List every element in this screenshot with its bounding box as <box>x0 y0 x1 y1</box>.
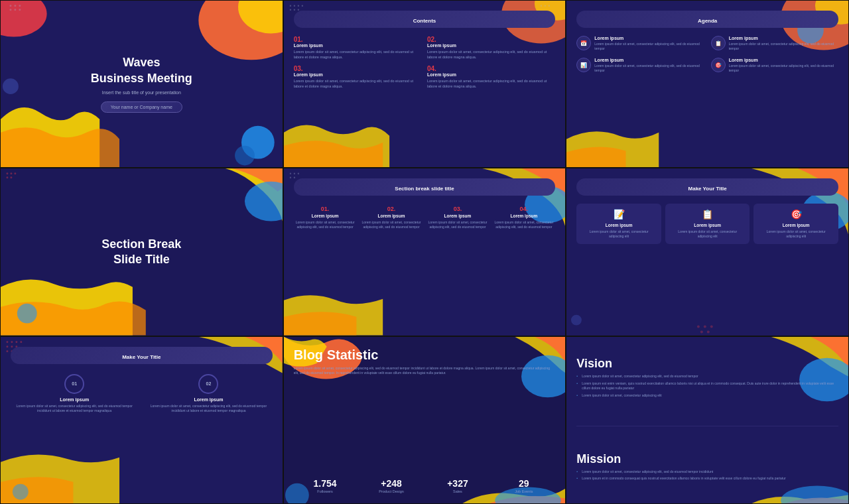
stat1-num: 1.754 <box>294 479 357 488</box>
svg-point-46 <box>707 331 710 334</box>
slide1-subtitle: Insert the sub title of your presentatio… <box>102 90 181 95</box>
stats-row: 1.754 Followers +248 Product Design +327… <box>294 479 556 493</box>
item2-body: Lorem ipsum dolor sit amet, consectetur … <box>427 50 555 60</box>
stat-4: 29 Job Events <box>492 479 555 493</box>
svg-point-19 <box>293 9 294 11</box>
agenda-icon-2: 📋 <box>711 36 726 50</box>
step-3: 03. Lorem ipsum Lorem ipsum dolor sit am… <box>426 206 489 229</box>
svg-point-8 <box>19 5 21 7</box>
svg-point-18 <box>289 9 291 11</box>
svg-point-1 <box>238 1 283 34</box>
agenda1-heading: Lorem ipsum <box>594 36 704 40</box>
stat2-label: Product Design <box>360 489 423 493</box>
agenda-item-1: 📅 Lorem ipsum Lorem ipsum dolor sit amet… <box>576 36 704 51</box>
item3-body: Lorem ipsum dolor sit amet, consectetur … <box>294 79 422 89</box>
card-3: 🎯 Lorem ipsum Lorem ipsum dolor sit amet… <box>753 204 838 244</box>
step4-body: Lorem ipsum dolor sit amet, consectetur … <box>492 220 555 229</box>
circle2-body: Lorem ipsum dolor sit amet, consectetur … <box>145 404 272 413</box>
slide-1: Waves Business Meeting Insert the sub ti… <box>0 0 283 168</box>
vision-item-1: Lorem ipsum dolor sit amet, consectetur … <box>576 374 838 379</box>
circle1-heading: Lorem ipsum <box>11 397 138 402</box>
item4-body: Lorem ipsum dolor sit amet, consectetur … <box>427 79 555 89</box>
svg-point-6 <box>9 5 11 7</box>
step1-heading: Lorem ipsum <box>294 214 357 218</box>
circle2-heading: Lorem ipsum <box>145 397 272 402</box>
slide2-title: Contents <box>413 18 436 24</box>
slide3-title-bar: Agenda <box>576 11 838 28</box>
slide-3: Agenda 📅 Lorem ipsum Lorem ipsum dolor s… <box>566 0 849 168</box>
svg-point-28 <box>17 304 37 324</box>
svg-point-17 <box>301 5 302 7</box>
step2-num: 02. <box>360 206 423 212</box>
slide8-title: Blog Statistic <box>294 347 556 363</box>
agenda-grid: 📅 Lorem ipsum Lorem ipsum dolor sit amet… <box>576 36 838 73</box>
svg-point-9 <box>9 9 11 11</box>
mission-title: Mission <box>576 452 838 466</box>
step4-heading: Lorem ipsum <box>492 214 555 218</box>
card1-body: Lorem ipsum dolor sit amet, consectetur … <box>582 229 656 239</box>
card2-body: Lorem ipsum dolor sit amet, consectetur … <box>671 229 745 239</box>
svg-point-5 <box>3 78 19 94</box>
step3-num: 03. <box>426 206 489 212</box>
svg-point-0 <box>198 1 282 60</box>
slide-4: Section Break Slide Title <box>0 168 283 336</box>
stat-3: +327 Sales <box>426 479 489 493</box>
mission-item-2: Lorem ipsum et in commodo consequat quis… <box>576 476 838 481</box>
svg-point-30 <box>10 173 12 175</box>
steps-row: 01. Lorem ipsum Lorem ipsum dolor sit am… <box>294 206 556 229</box>
agenda-item-3: 📊 Lorem ipsum Lorem ipsum dolor sit amet… <box>576 58 704 73</box>
svg-point-11 <box>19 9 21 11</box>
content-item-2: 02. Lorem ipsum Lorem ipsum dolor sit am… <box>427 36 555 60</box>
svg-point-7 <box>14 5 16 7</box>
item1-body: Lorem ipsum dolor sit amet, consectetur … <box>294 50 422 60</box>
item3-num: 03. <box>294 65 422 72</box>
svg-point-39 <box>293 177 294 178</box>
slide6-title: Make Your Title <box>688 186 727 192</box>
svg-point-31 <box>14 173 16 175</box>
svg-point-51 <box>15 341 17 343</box>
agenda-icon-4: 🎯 <box>711 58 726 72</box>
svg-point-2 <box>1 1 47 37</box>
stat1-label: Followers <box>294 489 357 493</box>
content-item-4: 04. Lorem ipsum Lorem ipsum dolor sit am… <box>427 65 555 89</box>
slide1-name-button[interactable]: Your name or Company name <box>101 101 182 113</box>
svg-point-29 <box>6 173 8 175</box>
svg-point-15 <box>293 5 294 7</box>
vision-item-2: Lorem ipsum est enim veniam, quis nostru… <box>576 381 838 391</box>
slide3-title: Agenda <box>698 18 717 24</box>
agenda-item-2: 📋 Lorem ipsum Lorem ipsum dolor sit amet… <box>711 36 838 51</box>
svg-point-50 <box>11 341 13 343</box>
agenda4-heading: Lorem ipsum <box>729 58 838 62</box>
step2-body: Lorem ipsum dolor sit amet, consectetur … <box>360 220 423 229</box>
slide-7: Make Your Title 01 Lorem ipsum Lorem ips… <box>0 336 283 504</box>
svg-point-43 <box>704 326 706 328</box>
card-2: 📋 Lorem ipsum Lorem ipsum dolor sit amet… <box>665 204 750 244</box>
vision-item-3: Lorem ipsum dolor sit amet, consectetur … <box>576 393 838 399</box>
svg-point-35 <box>289 173 291 174</box>
svg-point-14 <box>289 5 291 7</box>
agenda1-body: Lorem ipsum dolor sit amet, consectetur … <box>594 42 704 51</box>
svg-point-62 <box>781 485 848 503</box>
svg-point-52 <box>20 341 22 343</box>
card2-icon: 📋 <box>671 209 745 220</box>
slide4-title: Section Break Slide Title <box>101 237 181 268</box>
svg-point-48 <box>13 483 29 499</box>
step-2: 02. Lorem ipsum Lorem ipsum dolor sit am… <box>360 206 423 229</box>
item3-heading: Lorem ipsum <box>294 72 422 77</box>
circle1-body: Lorem ipsum dolor sit amet, consectetur … <box>11 404 138 413</box>
step3-body: Lorem ipsum dolor sit amet, consectetur … <box>426 220 489 229</box>
card1-heading: Lorem ipsum <box>582 223 656 227</box>
agenda-item-4: 🎯 Lorem ipsum Lorem ipsum dolor sit amet… <box>711 58 838 73</box>
svg-point-32 <box>6 177 8 179</box>
item1-heading: Lorem ipsum <box>294 43 422 48</box>
stat4-label: Job Events <box>492 489 555 493</box>
slide7-title-bar: Make Your Title <box>11 347 273 364</box>
agenda-icon-1: 📅 <box>576 36 591 50</box>
svg-point-42 <box>697 326 700 328</box>
agenda2-heading: Lorem ipsum <box>729 36 838 40</box>
slide-5: Section break slide title 01. Lorem ipsu… <box>283 168 566 336</box>
slide8-description: Lorem ipsum dolor sit amet, consectetur … <box>294 366 556 376</box>
card3-heading: Lorem ipsum <box>759 223 833 227</box>
card3-body: Lorem ipsum dolor sit amet, consectetur … <box>759 229 833 239</box>
card1-icon: 📝 <box>582 209 656 220</box>
